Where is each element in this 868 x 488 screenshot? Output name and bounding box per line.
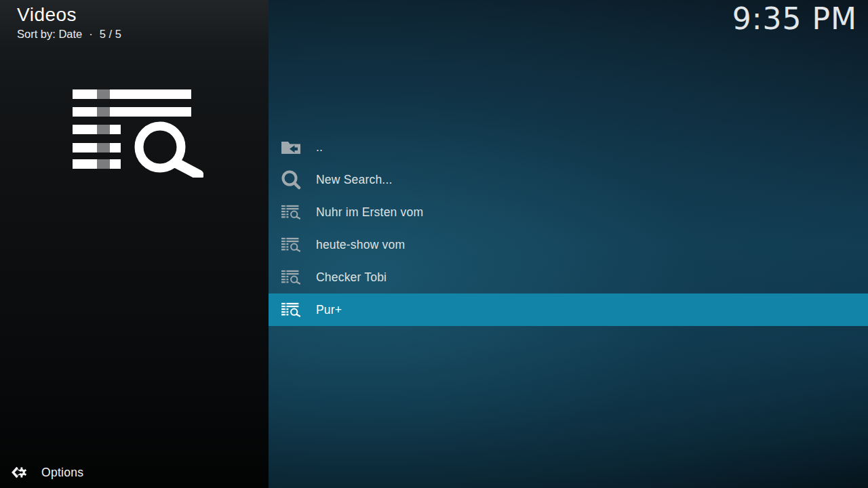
sort-label: Sort by: Date xyxy=(17,28,82,41)
file-list: .. xyxy=(269,131,868,326)
list-item-label: Checker Tobi xyxy=(316,270,387,285)
options-button[interactable]: Options xyxy=(0,457,269,488)
row-icon-box xyxy=(280,169,301,190)
list-item-label: New Search... xyxy=(316,173,393,187)
list-item-label: heute-show vom xyxy=(316,238,405,252)
row-icon-box xyxy=(280,204,301,220)
separator-dot: · xyxy=(89,28,93,41)
list-search-hero-icon xyxy=(73,89,203,178)
list-item[interactable]: Nuhr im Ersten vom xyxy=(269,196,868,228)
list-item-label: Nuhr im Ersten vom xyxy=(316,205,423,220)
folder-up-icon xyxy=(281,140,300,154)
list-search-icon xyxy=(281,204,300,220)
row-icon-box xyxy=(280,269,301,285)
options-label: Options xyxy=(41,466,83,480)
row-icon-box xyxy=(280,140,301,154)
list-item-label: Pur+ xyxy=(316,303,342,317)
left-panel: Videos Sort by: Date · 5 / 5 xyxy=(0,0,269,488)
list-item[interactable]: Pur+ xyxy=(269,293,868,326)
item-count: 5 / 5 xyxy=(100,28,121,41)
page-header: Videos Sort by: Date · 5 / 5 xyxy=(17,4,121,41)
sort-status: Sort by: Date · 5 / 5 xyxy=(17,28,121,41)
content-panel: 9:35 PM xyxy=(269,0,868,488)
search-icon xyxy=(281,169,301,190)
clock: 9:35 PM xyxy=(732,1,857,36)
list-item[interactable]: .. xyxy=(269,131,868,163)
row-icon-box xyxy=(280,237,301,253)
kodi-screen: 9:35 PM xyxy=(0,0,868,488)
list-item[interactable]: New Search... xyxy=(269,163,868,196)
list-item-label: .. xyxy=(316,140,323,155)
list-search-icon xyxy=(281,269,300,285)
list-item[interactable]: heute-show vom xyxy=(269,228,868,261)
options-gear-icon xyxy=(11,465,28,480)
list-search-icon xyxy=(281,302,300,318)
list-item[interactable]: Checker Tobi xyxy=(269,261,868,293)
page-title: Videos xyxy=(17,4,121,26)
row-icon-box xyxy=(280,302,301,318)
list-search-icon xyxy=(281,237,300,253)
